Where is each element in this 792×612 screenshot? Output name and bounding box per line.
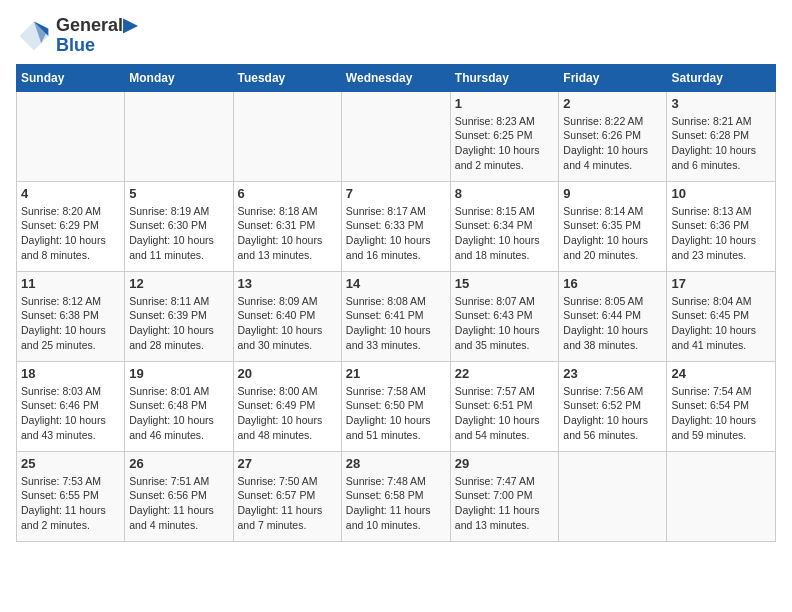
day-info: Sunrise: 7:53 AM Sunset: 6:55 PM Dayligh… [21,474,120,533]
calendar-body: 1Sunrise: 8:23 AM Sunset: 6:25 PM Daylig… [17,91,776,541]
header-row: SundayMondayTuesdayWednesdayThursdayFrid… [17,64,776,91]
day-number: 7 [346,186,446,201]
day-info: Sunrise: 8:04 AM Sunset: 6:45 PM Dayligh… [671,294,771,353]
day-cell: 15Sunrise: 8:07 AM Sunset: 6:43 PM Dayli… [450,271,559,361]
day-cell: 1Sunrise: 8:23 AM Sunset: 6:25 PM Daylig… [450,91,559,181]
day-cell: 18Sunrise: 8:03 AM Sunset: 6:46 PM Dayli… [17,361,125,451]
day-number: 25 [21,456,120,471]
day-number: 12 [129,276,228,291]
calendar-header: SundayMondayTuesdayWednesdayThursdayFrid… [17,64,776,91]
day-cell [233,91,341,181]
day-number: 27 [238,456,337,471]
header-cell-friday: Friday [559,64,667,91]
day-cell [341,91,450,181]
day-info: Sunrise: 8:13 AM Sunset: 6:36 PM Dayligh… [671,204,771,263]
day-number: 19 [129,366,228,381]
header-cell-sunday: Sunday [17,64,125,91]
day-number: 17 [671,276,771,291]
day-number: 23 [563,366,662,381]
day-number: 13 [238,276,337,291]
day-number: 14 [346,276,446,291]
day-info: Sunrise: 7:58 AM Sunset: 6:50 PM Dayligh… [346,384,446,443]
day-number: 26 [129,456,228,471]
day-cell: 29Sunrise: 7:47 AM Sunset: 7:00 PM Dayli… [450,451,559,541]
day-info: Sunrise: 8:07 AM Sunset: 6:43 PM Dayligh… [455,294,555,353]
day-number: 1 [455,96,555,111]
day-info: Sunrise: 8:11 AM Sunset: 6:39 PM Dayligh… [129,294,228,353]
day-cell: 4Sunrise: 8:20 AM Sunset: 6:29 PM Daylig… [17,181,125,271]
logo-text: General▶ Blue [56,16,137,56]
day-number: 3 [671,96,771,111]
header-cell-thursday: Thursday [450,64,559,91]
day-info: Sunrise: 8:19 AM Sunset: 6:30 PM Dayligh… [129,204,228,263]
week-row-2: 4Sunrise: 8:20 AM Sunset: 6:29 PM Daylig… [17,181,776,271]
day-cell: 17Sunrise: 8:04 AM Sunset: 6:45 PM Dayli… [667,271,776,361]
day-cell: 6Sunrise: 8:18 AM Sunset: 6:31 PM Daylig… [233,181,341,271]
day-info: Sunrise: 8:22 AM Sunset: 6:26 PM Dayligh… [563,114,662,173]
day-number: 5 [129,186,228,201]
day-number: 2 [563,96,662,111]
day-info: Sunrise: 8:12 AM Sunset: 6:38 PM Dayligh… [21,294,120,353]
day-number: 21 [346,366,446,381]
day-info: Sunrise: 8:08 AM Sunset: 6:41 PM Dayligh… [346,294,446,353]
day-cell [667,451,776,541]
day-number: 15 [455,276,555,291]
day-cell: 22Sunrise: 7:57 AM Sunset: 6:51 PM Dayli… [450,361,559,451]
day-info: Sunrise: 8:15 AM Sunset: 6:34 PM Dayligh… [455,204,555,263]
day-info: Sunrise: 8:17 AM Sunset: 6:33 PM Dayligh… [346,204,446,263]
day-info: Sunrise: 8:03 AM Sunset: 6:46 PM Dayligh… [21,384,120,443]
day-number: 29 [455,456,555,471]
day-cell: 3Sunrise: 8:21 AM Sunset: 6:28 PM Daylig… [667,91,776,181]
day-cell: 8Sunrise: 8:15 AM Sunset: 6:34 PM Daylig… [450,181,559,271]
day-cell: 7Sunrise: 8:17 AM Sunset: 6:33 PM Daylig… [341,181,450,271]
day-number: 11 [21,276,120,291]
day-info: Sunrise: 7:57 AM Sunset: 6:51 PM Dayligh… [455,384,555,443]
day-number: 18 [21,366,120,381]
week-row-1: 1Sunrise: 8:23 AM Sunset: 6:25 PM Daylig… [17,91,776,181]
day-info: Sunrise: 8:01 AM Sunset: 6:48 PM Dayligh… [129,384,228,443]
week-row-3: 11Sunrise: 8:12 AM Sunset: 6:38 PM Dayli… [17,271,776,361]
day-info: Sunrise: 8:09 AM Sunset: 6:40 PM Dayligh… [238,294,337,353]
day-cell: 28Sunrise: 7:48 AM Sunset: 6:58 PM Dayli… [341,451,450,541]
day-cell: 2Sunrise: 8:22 AM Sunset: 6:26 PM Daylig… [559,91,667,181]
day-cell: 9Sunrise: 8:14 AM Sunset: 6:35 PM Daylig… [559,181,667,271]
logo-icon [16,18,52,54]
day-number: 8 [455,186,555,201]
day-info: Sunrise: 7:51 AM Sunset: 6:56 PM Dayligh… [129,474,228,533]
header-cell-wednesday: Wednesday [341,64,450,91]
day-number: 9 [563,186,662,201]
day-info: Sunrise: 8:21 AM Sunset: 6:28 PM Dayligh… [671,114,771,173]
day-cell: 19Sunrise: 8:01 AM Sunset: 6:48 PM Dayli… [125,361,233,451]
day-cell [125,91,233,181]
day-info: Sunrise: 8:20 AM Sunset: 6:29 PM Dayligh… [21,204,120,263]
week-row-4: 18Sunrise: 8:03 AM Sunset: 6:46 PM Dayli… [17,361,776,451]
day-info: Sunrise: 8:23 AM Sunset: 6:25 PM Dayligh… [455,114,555,173]
day-cell: 11Sunrise: 8:12 AM Sunset: 6:38 PM Dayli… [17,271,125,361]
day-number: 22 [455,366,555,381]
day-cell [559,451,667,541]
day-info: Sunrise: 7:50 AM Sunset: 6:57 PM Dayligh… [238,474,337,533]
day-cell: 27Sunrise: 7:50 AM Sunset: 6:57 PM Dayli… [233,451,341,541]
day-cell: 12Sunrise: 8:11 AM Sunset: 6:39 PM Dayli… [125,271,233,361]
day-info: Sunrise: 8:14 AM Sunset: 6:35 PM Dayligh… [563,204,662,263]
header-cell-monday: Monday [125,64,233,91]
header-cell-tuesday: Tuesday [233,64,341,91]
day-cell: 14Sunrise: 8:08 AM Sunset: 6:41 PM Dayli… [341,271,450,361]
day-number: 28 [346,456,446,471]
day-cell: 13Sunrise: 8:09 AM Sunset: 6:40 PM Dayli… [233,271,341,361]
day-info: Sunrise: 7:47 AM Sunset: 7:00 PM Dayligh… [455,474,555,533]
day-number: 4 [21,186,120,201]
day-number: 10 [671,186,771,201]
day-info: Sunrise: 8:00 AM Sunset: 6:49 PM Dayligh… [238,384,337,443]
day-number: 6 [238,186,337,201]
day-number: 16 [563,276,662,291]
day-info: Sunrise: 7:56 AM Sunset: 6:52 PM Dayligh… [563,384,662,443]
day-cell: 25Sunrise: 7:53 AM Sunset: 6:55 PM Dayli… [17,451,125,541]
day-cell: 23Sunrise: 7:56 AM Sunset: 6:52 PM Dayli… [559,361,667,451]
day-cell [17,91,125,181]
day-cell: 5Sunrise: 8:19 AM Sunset: 6:30 PM Daylig… [125,181,233,271]
day-cell: 20Sunrise: 8:00 AM Sunset: 6:49 PM Dayli… [233,361,341,451]
week-row-5: 25Sunrise: 7:53 AM Sunset: 6:55 PM Dayli… [17,451,776,541]
day-cell: 21Sunrise: 7:58 AM Sunset: 6:50 PM Dayli… [341,361,450,451]
day-info: Sunrise: 7:48 AM Sunset: 6:58 PM Dayligh… [346,474,446,533]
